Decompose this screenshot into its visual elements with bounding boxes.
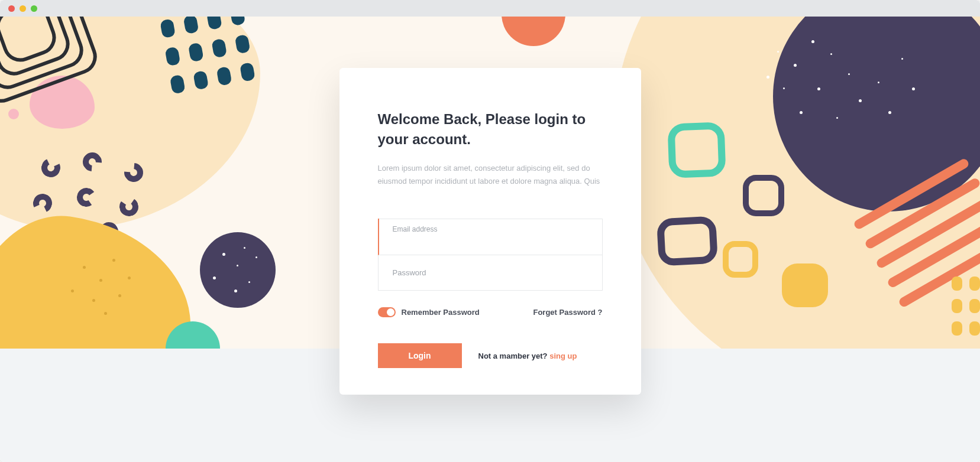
email-input[interactable] [379, 219, 602, 255]
options-row: Remember Password Forget Password ? [378, 307, 603, 317]
actions-row: Login Not a mamber yet? sing up [378, 343, 603, 368]
remember-toggle[interactable] [378, 307, 396, 317]
password-field-wrapper: Password [379, 255, 602, 290]
decoration-dot [8, 109, 19, 119]
decoration-hill [0, 204, 204, 349]
browser-frame: Welcome Back, Please login to your accou… [0, 0, 980, 462]
decoration-square-icon [667, 122, 726, 178]
signup-text: Not a mamber yet? sing up [478, 352, 577, 360]
email-field-wrapper: Email address [379, 219, 602, 255]
maximize-icon[interactable] [31, 5, 37, 12]
browser-titlebar [0, 0, 980, 17]
decoration-square-icon [782, 263, 828, 307]
card-subtitle: Lorem ipsum dolor sit amet, consectetur … [378, 162, 603, 188]
login-button[interactable]: Login [378, 343, 462, 368]
decoration-squares-icon [0, 17, 85, 91]
card-title: Welcome Back, Please login to your accou… [378, 109, 603, 149]
password-input[interactable] [379, 255, 602, 290]
remember-password: Remember Password [378, 307, 480, 317]
decoration-square-icon [743, 175, 784, 216]
forget-password-link[interactable]: Forget Password ? [533, 308, 602, 317]
decoration-dashes-icon [952, 276, 980, 336]
decoration-square-icon [656, 216, 718, 266]
minimize-icon[interactable] [20, 5, 26, 12]
login-card: Welcome Back, Please login to your accou… [339, 68, 641, 395]
signup-link[interactable]: sing up [549, 352, 577, 360]
remember-label: Remember Password [402, 308, 480, 317]
decoration-circle [200, 232, 276, 308]
close-icon[interactable] [8, 5, 15, 12]
decoration-square-icon [723, 241, 758, 278]
signup-prefix: Not a mamber yet? [478, 352, 550, 360]
input-group: Email address Password [378, 219, 603, 291]
